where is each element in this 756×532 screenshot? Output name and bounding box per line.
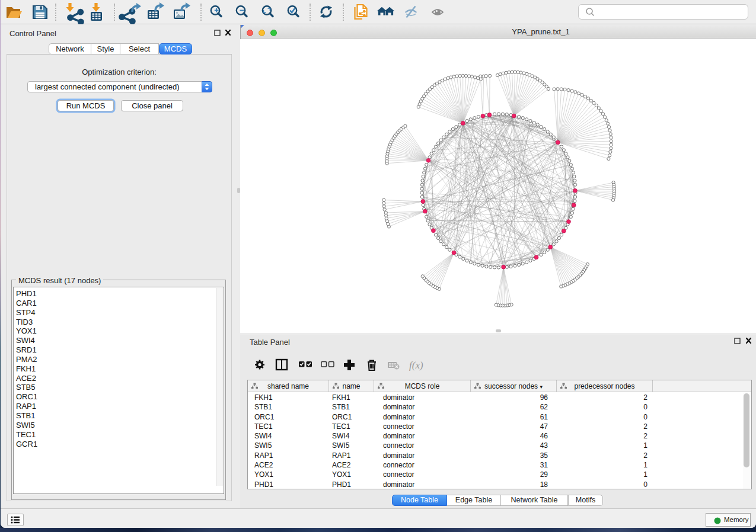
svg-text:f(x): f(x)	[409, 360, 423, 371]
